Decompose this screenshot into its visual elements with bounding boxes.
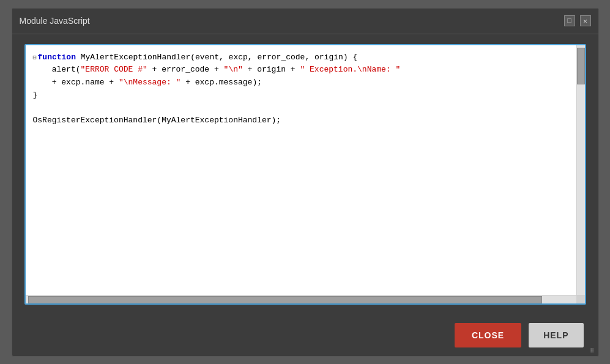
code-register: OsRegisterExceptionHandler(MyAlertExcept… — [33, 116, 281, 125]
vertical-scrollbar[interactable] — [576, 45, 585, 295]
code-brace: } — [33, 91, 38, 100]
code-scroll-area: ⊟function MyAlertExceptionHandler(event,… — [26, 45, 585, 295]
bottom-bar: CLOSE HELP — [12, 314, 598, 356]
code-content[interactable]: ⊟function MyAlertExceptionHandler(event,… — [26, 45, 576, 295]
code-op1: + error_code + — [147, 65, 224, 74]
dialog-title: Module JavaScript — [20, 16, 90, 26]
code-line3: + excp.name + — [52, 78, 119, 87]
code-str4: "\nMessage: " — [119, 78, 180, 87]
close-button[interactable]: CLOSE — [455, 323, 521, 347]
resize-handle[interactable]: ⠿ — [590, 347, 596, 354]
horizontal-scrollbar-wrap — [26, 295, 585, 303]
vertical-scrollbar-thumb[interactable] — [577, 48, 585, 84]
collapse-icon[interactable]: ⊟ — [33, 54, 37, 61]
close-title-icon: ✕ — [583, 17, 587, 25]
code-op3: + excp.message); — [180, 78, 262, 87]
code-editor[interactable]: ⊟function MyAlertExceptionHandler(event,… — [24, 44, 586, 305]
scrollbar-corner — [576, 295, 585, 304]
restore-icon: □ — [567, 17, 571, 24]
module-javascript-dialog: Module JavaScript □ ✕ ⊟function MyAlertE… — [12, 8, 599, 357]
keyword-function: function — [38, 53, 76, 62]
code-str2: "\n" — [224, 65, 243, 74]
code-alert-fn: alert( — [52, 65, 81, 74]
help-button[interactable]: HELP — [529, 323, 583, 347]
code-str3: " Exception.\nName: " — [300, 65, 400, 74]
code-op2: + origin + — [243, 65, 300, 74]
content-area: ⊟function MyAlertExceptionHandler(event,… — [12, 34, 598, 314]
close-title-button[interactable]: ✕ — [580, 15, 591, 26]
code-str1: "ERROR CODE #" — [81, 65, 147, 74]
title-buttons: □ ✕ — [564, 15, 591, 26]
horizontal-scrollbar-thumb[interactable] — [28, 296, 542, 303]
horizontal-scrollbar[interactable] — [26, 295, 576, 303]
restore-button[interactable]: □ — [564, 15, 575, 26]
code-fn-name: MyAlertExceptionHandler(event, excp, err… — [76, 53, 357, 62]
title-bar: Module JavaScript □ ✕ — [12, 9, 598, 34]
